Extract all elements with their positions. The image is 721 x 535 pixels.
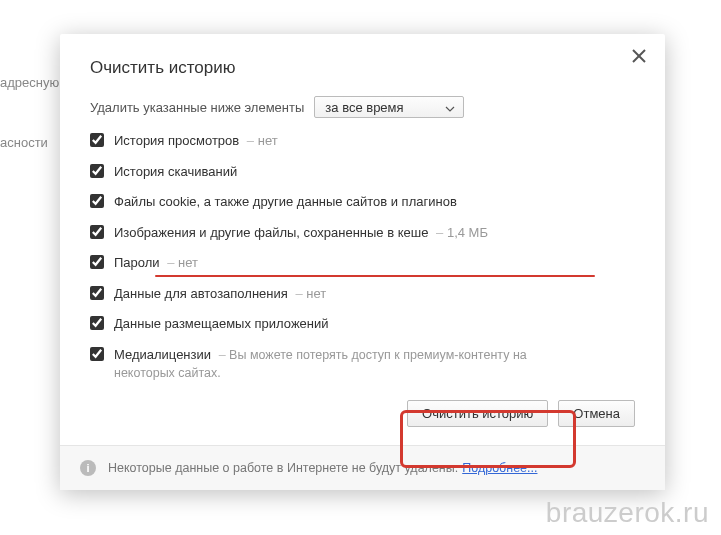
- learn-more-link[interactable]: Подробнее...: [462, 461, 537, 475]
- list-item-history: История просмотров нет: [90, 132, 635, 150]
- close-button[interactable]: [631, 48, 651, 68]
- checkbox-passwords[interactable]: [90, 255, 104, 269]
- clear-history-button[interactable]: Очистить историю: [407, 400, 548, 427]
- time-range-dropdown[interactable]: за все время: [314, 96, 464, 118]
- item-extra: нет: [167, 255, 198, 270]
- checkbox-hosted-apps[interactable]: [90, 316, 104, 330]
- item-extra: нет: [295, 286, 326, 301]
- list-item-cookies: Файлы cookie, а также другие данные сайт…: [90, 193, 635, 211]
- dropdown-value: за все время: [325, 100, 403, 115]
- item-extra: нет: [247, 133, 278, 148]
- footer-text: Некоторые данные о работе в Интернете не…: [108, 461, 458, 475]
- watermark: brauzerok.ru: [546, 497, 709, 529]
- checkbox-media-licenses[interactable]: [90, 347, 104, 361]
- list-item-hosted-apps: Данные размещаемых приложений: [90, 315, 635, 333]
- list-item-autofill: Данные для автозаполнения нет: [90, 285, 635, 303]
- delete-range-label: Удалить указанные ниже элементы: [90, 100, 304, 115]
- item-label: Данные для автозаполнения: [114, 286, 288, 301]
- item-label: История просмотров: [114, 133, 239, 148]
- annotation-underline: [155, 275, 595, 277]
- item-label: Данные размещаемых приложений: [114, 316, 329, 331]
- list-item-cache: Изображения и другие файлы, сохраненные …: [90, 224, 635, 242]
- clear-history-dialog: Очистить историю Удалить указанные ниже …: [60, 34, 665, 490]
- info-icon: i: [80, 460, 96, 476]
- list-item-media-licenses: Медиалицензии Вы можете потерять доступ …: [90, 346, 635, 382]
- list-item-passwords: Пароли нет: [90, 254, 635, 272]
- checkbox-list: История просмотров нет История скачивани…: [90, 132, 635, 382]
- dialog-buttons: Очистить историю Отмена: [90, 400, 635, 427]
- item-label: Пароли: [114, 255, 160, 270]
- checkbox-history[interactable]: [90, 133, 104, 147]
- dialog-title: Очистить историю: [90, 58, 635, 78]
- item-label: Медиалицензии: [114, 347, 211, 362]
- chevron-down-icon: [445, 100, 455, 115]
- checkbox-cache[interactable]: [90, 225, 104, 239]
- checkbox-autofill[interactable]: [90, 286, 104, 300]
- checkbox-cookies[interactable]: [90, 194, 104, 208]
- background-text-1: адресную (: [0, 75, 67, 90]
- list-item-downloads: История скачиваний: [90, 163, 635, 181]
- item-label: Файлы cookie, а также другие данные сайт…: [114, 194, 457, 209]
- cancel-button[interactable]: Отмена: [558, 400, 635, 427]
- item-label: Изображения и другие файлы, сохраненные …: [114, 225, 428, 240]
- dialog-footer: i Некоторые данные о работе в Интернете …: [60, 445, 665, 490]
- close-icon: [631, 48, 647, 64]
- checkbox-downloads[interactable]: [90, 164, 104, 178]
- item-label: История скачиваний: [114, 164, 237, 179]
- item-extra: 1,4 МБ: [436, 225, 488, 240]
- background-text-2: асности: [0, 135, 48, 150]
